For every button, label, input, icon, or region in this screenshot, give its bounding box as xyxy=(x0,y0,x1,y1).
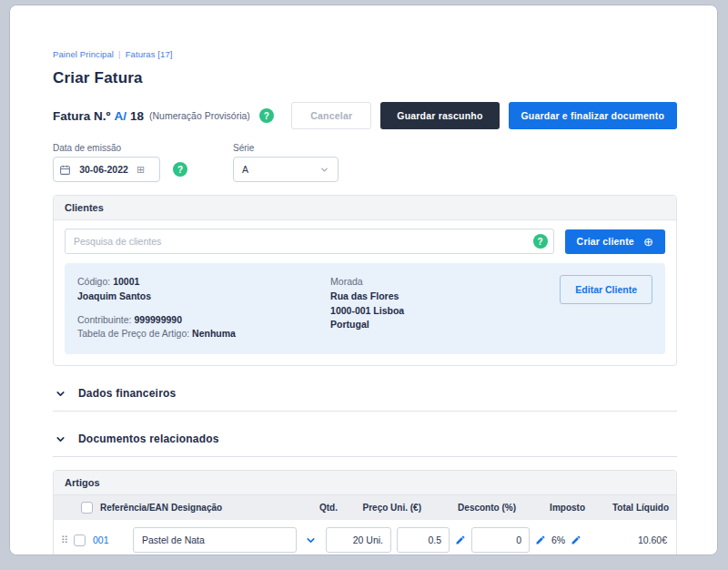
column-reference: Referência/EAN xyxy=(93,503,171,513)
serie-selected-value: A xyxy=(242,164,248,175)
client-address-line3: Portugal xyxy=(330,319,369,330)
client-price-table-value: Nenhuma xyxy=(192,328,236,339)
client-code-label: Código: xyxy=(77,276,110,287)
client-search-input[interactable] xyxy=(65,229,554,254)
client-info-card: Código: 10001 Joaquim Santos Contribuint… xyxy=(65,263,665,354)
calendar-icon[interactable] xyxy=(59,164,71,176)
article-reference-link[interactable]: 001 xyxy=(93,534,133,545)
client-price-table-label: Tabela de Preço de Artigo: xyxy=(77,328,189,339)
help-icon[interactable]: ? xyxy=(259,108,274,123)
date-input-box[interactable]: ⊞ xyxy=(53,157,160,182)
breadcrumb: Painel Principal|Faturas [17] xyxy=(53,49,677,59)
column-discount: Desconto (%) xyxy=(421,503,516,513)
column-qty: Qtd. xyxy=(272,503,338,513)
client-search-row: ? Criar cliente ⊕ xyxy=(54,220,676,261)
articles-table-header: Referência/EAN Designação Qtd. Preço Uni… xyxy=(54,495,676,520)
unit-price-input[interactable] xyxy=(397,527,450,553)
emission-fields-row: Data de emissão ⊞ ? Série A xyxy=(53,143,677,182)
drag-handle-icon[interactable]: ⠿ xyxy=(61,535,74,545)
invoice-actions: Cancelar Guardar rascunho Guardar e fina… xyxy=(291,102,677,129)
client-address-line2: 1000-001 Lisboa xyxy=(330,305,404,316)
invoice-provisional-note: (Numeração Provisória) xyxy=(149,110,250,121)
breadcrumb-painel-principal[interactable]: Painel Principal xyxy=(53,49,114,59)
chevron-down-icon xyxy=(55,433,66,445)
plus-circle-icon: ⊕ xyxy=(643,236,653,248)
clients-panel: Clientes ? Criar cliente ⊕ Código: 10001… xyxy=(53,195,677,366)
article-row: ⠿ 001 6% xyxy=(54,520,676,555)
column-designation: Designação xyxy=(171,503,272,513)
tax-value: 6% xyxy=(551,534,565,545)
select-all-checkbox[interactable] xyxy=(81,502,93,514)
chevron-down-icon[interactable] xyxy=(305,534,317,546)
qty-input[interactable] xyxy=(326,527,391,553)
discount-input[interactable] xyxy=(471,527,530,553)
related-documents-label: Documentos relacionados xyxy=(78,433,219,445)
client-details-column: Código: 10001 Joaquim Santos Contribuint… xyxy=(77,275,330,341)
client-search-wrap: ? xyxy=(65,229,554,254)
financial-data-label: Dados financeiros xyxy=(78,387,176,400)
serie-select[interactable]: A xyxy=(233,157,339,182)
client-code-value: 10001 xyxy=(113,276,139,287)
invoice-number-value: 18 xyxy=(130,109,144,123)
cancel-button[interactable]: Cancelar xyxy=(291,102,371,129)
create-client-button[interactable]: Criar cliente ⊕ xyxy=(565,229,665,254)
emission-date-input[interactable] xyxy=(76,164,132,175)
client-address-column: Morada Rua das Flores 1000-001 Lisboa Po… xyxy=(330,275,560,332)
breadcrumb-faturas[interactable]: Faturas [17] xyxy=(126,49,173,59)
invoice-series: A/ xyxy=(114,109,126,123)
designation-input[interactable] xyxy=(133,527,297,553)
edit-price-pencil-icon[interactable] xyxy=(455,534,466,545)
client-vat-label: Contribuinte: xyxy=(77,314,132,325)
help-icon[interactable]: ? xyxy=(173,162,187,177)
invoice-number-prefix: Fatura N.º xyxy=(53,109,110,123)
clients-panel-header: Clientes xyxy=(54,196,676,220)
row-total-value: 10.60€ xyxy=(587,534,669,545)
row-checkbox[interactable] xyxy=(74,534,86,546)
main-card: Painel Principal|Faturas [17] Criar Fatu… xyxy=(9,5,718,555)
serie-label: Série xyxy=(233,143,339,153)
column-total: Total Líquido xyxy=(585,503,669,513)
help-icon[interactable]: ? xyxy=(533,234,548,249)
financial-data-section-toggle[interactable]: Dados financeiros xyxy=(53,380,677,412)
create-client-label: Criar cliente xyxy=(577,236,634,247)
chevron-down-icon xyxy=(319,165,329,175)
edit-client-button[interactable]: Editar Cliente xyxy=(560,275,652,304)
chevron-down-icon xyxy=(55,388,66,400)
invoice-header-row: Fatura N.º A/ 18 (Numeração Provisória) … xyxy=(53,102,677,129)
numeric-pad-icon[interactable]: ⊞ xyxy=(136,165,145,175)
client-address-line1: Rua das Flores xyxy=(330,290,399,301)
client-vat-value: 999999990 xyxy=(134,314,182,325)
column-unit-price: Preço Uni. (€) xyxy=(338,503,421,513)
articles-panel: Artigos Referência/EAN Designação Qtd. P… xyxy=(53,470,677,555)
serie-field: Série A xyxy=(233,143,339,182)
client-address-label: Morada xyxy=(330,276,363,287)
save-draft-button[interactable]: Guardar rascunho xyxy=(380,102,499,129)
column-tax: Imposto xyxy=(516,503,585,513)
save-finalize-button[interactable]: Guardar e finalizar documento xyxy=(509,102,678,129)
emission-date-field: Data de emissão ⊞ ? xyxy=(53,143,187,182)
breadcrumb-separator: | xyxy=(118,49,121,59)
articles-panel-header: Artigos xyxy=(54,471,676,495)
page-title: Criar Fatura xyxy=(53,69,677,87)
edit-discount-pencil-icon[interactable] xyxy=(535,534,546,545)
invoice-number: Fatura N.º A/ 18 (Numeração Provisória) … xyxy=(53,108,274,123)
related-documents-section-toggle[interactable]: Documentos relacionados xyxy=(53,425,677,457)
client-name: Joaquim Santos xyxy=(77,290,151,301)
edit-tax-pencil-icon[interactable] xyxy=(571,534,581,545)
emission-date-label: Data de emissão xyxy=(53,143,187,153)
